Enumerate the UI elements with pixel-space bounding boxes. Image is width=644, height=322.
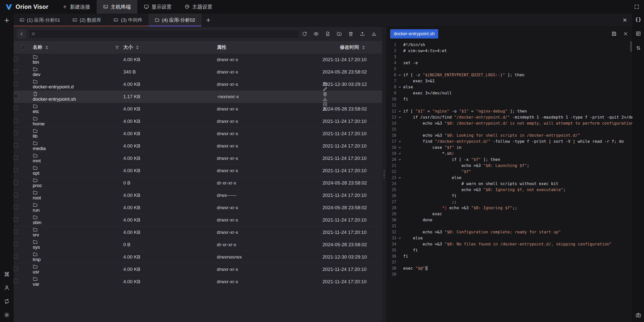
user-icon[interactable]: [4, 285, 10, 291]
file-row-srv[interactable]: srv4.00 KBdrwxr-xr-x2021-11-24 17:20:10: [14, 226, 382, 239]
file-name[interactable]: etc: [33, 109, 39, 114]
file-name[interactable]: media: [33, 146, 46, 151]
upload-icon[interactable]: [360, 31, 365, 37]
gear-icon[interactable]: [4, 312, 10, 318]
preview-eye-icon[interactable]: [313, 31, 319, 37]
file-name[interactable]: opt: [33, 170, 39, 176]
fold-chevron-icon[interactable]: [396, 145, 403, 151]
session-panel-icon[interactable]: [635, 31, 641, 37]
menu-item-display-settings[interactable]: 显示设置: [137, 0, 178, 14]
move-icon[interactable]: [323, 102, 374, 107]
file-name[interactable]: docker-entrypoint.d: [33, 84, 74, 89]
file-name[interactable]: home: [33, 121, 45, 126]
row-checkbox[interactable]: [14, 193, 18, 197]
fold-chevron-icon[interactable]: [396, 72, 403, 78]
file-name[interactable]: mnt: [33, 158, 41, 163]
panel-resize-handle[interactable]: [382, 27, 386, 322]
row-checkbox[interactable]: [14, 217, 18, 222]
file-row-mnt[interactable]: mnt4.00 KBdrwxr-xr-x2021-11-24 17:20:10: [14, 152, 382, 165]
command-shortcut-icon[interactable]: [4, 271, 10, 277]
file-name[interactable]: srv: [33, 232, 39, 237]
file-row-proc[interactable]: proc0 Bdr-xr-xr-x2024-05-28 23:58:02: [14, 177, 382, 189]
row-checkbox[interactable]: [14, 143, 18, 148]
file-name[interactable]: bin: [33, 59, 39, 65]
add-tab-button[interactable]: +: [202, 14, 215, 26]
path-input[interactable]: [38, 31, 297, 37]
file-name[interactable]: proc: [33, 183, 42, 188]
file-name[interactable]: lib: [33, 133, 37, 139]
file-name[interactable]: run: [33, 207, 39, 213]
delete-icon[interactable]: [348, 31, 353, 37]
editor-scrollbar-thumb[interactable]: [630, 41, 632, 52]
tab-middleware[interactable]: (3) 中间件: [107, 14, 149, 26]
fold-chevron-icon[interactable]: [396, 84, 403, 90]
filter-icon[interactable]: [115, 45, 123, 50]
file-row-run[interactable]: run4.00 KBdrwxr-xr-x2024-05-28 23:58:02: [14, 202, 382, 214]
transfer-list-icon[interactable]: [635, 45, 641, 51]
row-checkbox[interactable]: [14, 267, 18, 271]
fold-chevron-icon[interactable]: [396, 151, 403, 157]
editor-file-tab[interactable]: docker-entrypoint.sh: [390, 29, 438, 39]
sort-name-icon[interactable]: [46, 46, 48, 49]
row-checkbox[interactable]: [14, 69, 18, 74]
snippets-braces-icon[interactable]: {}: [635, 17, 641, 22]
row-checkbox[interactable]: [14, 205, 18, 209]
screenshot-camera-icon[interactable]: [635, 312, 641, 318]
tab-database[interactable]: (2) 数据库: [66, 14, 108, 26]
file-row-docker-entrypoint.sh[interactable]: docker-entrypoint.sh1.17 KB-rwxrwxr-x: [14, 91, 382, 103]
delete-icon[interactable]: [323, 92, 374, 97]
row-checkbox[interactable]: [14, 131, 18, 135]
file-row-sys[interactable]: sys0 Bdr-xr-xr-x2024-05-28 23:58:02: [14, 239, 382, 251]
row-checkbox[interactable]: [14, 156, 18, 160]
fold-chevron-icon[interactable]: [396, 108, 403, 114]
save-icon[interactable]: [611, 31, 617, 37]
column-mtime-label[interactable]: 修改时间: [340, 44, 359, 51]
row-checkbox[interactable]: [14, 82, 18, 86]
row-checkbox[interactable]: [14, 242, 18, 246]
tab-app-analysis-02[interactable]: (4) 应用-分析02: [149, 14, 202, 26]
row-checkbox[interactable]: [14, 106, 18, 111]
row-checkbox[interactable]: [14, 180, 18, 185]
new-file-icon[interactable]: [325, 31, 330, 37]
close-panel-button[interactable]: ×: [617, 14, 632, 26]
row-checkbox[interactable]: [14, 279, 18, 283]
file-row-bin[interactable]: bin4.00 KBdrwxr-xr-x2021-11-24 17:20:10: [14, 54, 382, 66]
code-area[interactable]: 1#!/bin/sh2# vim:sw=4:ts=4:et34set -e56i…: [386, 41, 632, 322]
select-all-checkbox[interactable]: [21, 45, 25, 50]
file-row-dev[interactable]: dev340 Bdrwxr-xr-x2024-05-28 23:58:02: [14, 66, 382, 78]
download-icon[interactable]: [371, 31, 377, 37]
fold-chevron-icon[interactable]: [396, 175, 403, 181]
file-name[interactable]: tmp: [33, 257, 41, 262]
file-name[interactable]: root: [33, 195, 41, 200]
fold-chevron-icon[interactable]: [396, 235, 403, 241]
edit-icon[interactable]: [323, 87, 374, 92]
column-size-label[interactable]: 大小: [123, 44, 133, 51]
row-checkbox[interactable]: [14, 119, 18, 123]
row-checkbox[interactable]: [14, 57, 18, 61]
new-connection-plus-icon[interactable]: [4, 17, 10, 24]
back-button[interactable]: [17, 29, 26, 39]
row-checkbox[interactable]: [14, 254, 18, 259]
file-name[interactable]: usr: [33, 269, 39, 274]
path-tree-icon[interactable]: [31, 32, 35, 36]
file-name[interactable]: sys: [33, 244, 40, 250]
fold-chevron-icon[interactable]: [396, 157, 403, 163]
file-row-opt[interactable]: opt4.00 KBdrwxr-xr-x2021-11-24 17:20:10: [14, 165, 382, 177]
new-folder-icon[interactable]: [337, 31, 342, 37]
sort-mtime-icon[interactable]: [362, 46, 365, 49]
file-name[interactable]: var: [33, 281, 39, 287]
sort-size-icon[interactable]: [136, 46, 139, 49]
file-row-tmp[interactable]: tmp4.00 KBdrwxrwxrwx2021-12-30 03:29:10: [14, 251, 382, 263]
close-editor-icon[interactable]: [623, 31, 628, 37]
file-row-lib[interactable]: lib4.00 KBdrwxr-xr-x2021-11-24 17:20:10: [14, 128, 382, 140]
download-icon[interactable]: [323, 97, 374, 102]
file-row-home[interactable]: home4.00 KBdrwxr-xr-x2021-11-24 17:20:10: [14, 115, 382, 128]
row-checkbox[interactable]: [14, 94, 18, 98]
file-row-root[interactable]: root4.00 KBdrwx------2021-11-24 17:20:10: [14, 189, 382, 202]
tab-app-analysis-01[interactable]: (1) 应用-分析01: [14, 14, 66, 26]
row-checkbox[interactable]: [14, 230, 18, 234]
file-row-var[interactable]: var4.00 KBdrwxr-xr-x2021-11-24 17:20:10: [14, 276, 382, 288]
menu-item-host-terminal[interactable]: 主机终端: [97, 0, 137, 14]
file-row-sbin[interactable]: sbin4.00 KBdrwxr-xr-x2021-11-24 17:20:10: [14, 214, 382, 226]
fullscreen-icon[interactable]: [634, 4, 639, 10]
